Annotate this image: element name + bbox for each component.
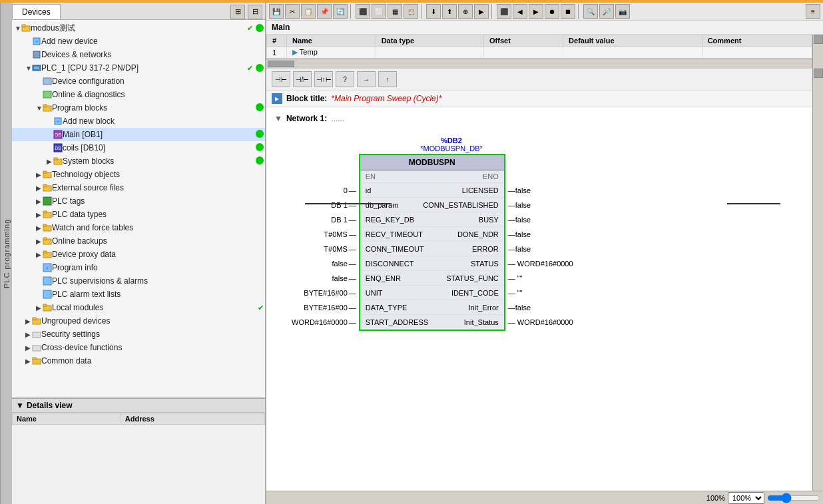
fb-in-recv-val: T#0MS —	[292, 227, 359, 242]
tree-item-plc1[interactable]: ▼ PLC_1 [CPU 317-2 PN/DP] ✔	[12, 61, 265, 75]
rtb-btn-1[interactable]: 💾	[269, 4, 284, 19]
dt-row-1: 1 ▶ Temp	[267, 47, 812, 59]
fb-param-busy: BUSY	[479, 216, 499, 224]
tree-item-main-ob1[interactable]: OB Main [OB1]	[12, 128, 265, 141]
rtb-btn-15[interactable]: ◀	[513, 4, 527, 19]
lad-btn-coil-out[interactable]: →	[357, 71, 376, 87]
tree-label-ext-source: External source files	[52, 183, 124, 192]
tree-item-coils-db10[interactable]: DB coils [DB10]	[12, 141, 265, 154]
view-btn-2[interactable]: ⊟	[248, 5, 262, 19]
svg-text:+: +	[57, 119, 60, 125]
tree-item-system-blocks[interactable]: ▶ System blocks	[12, 154, 265, 168]
tree-item-plc-datatypes[interactable]: ▶ PLC data types	[12, 208, 265, 221]
rtb-btn-11[interactable]: ⬆	[442, 4, 457, 19]
tree-item-tech-objects[interactable]: ▶ Technology objects	[12, 168, 265, 181]
fb-in-start-val: WORD#16#0000 —	[292, 315, 359, 330]
svg-rect-37	[43, 304, 47, 306]
rtb-btn-5[interactable]: 🔄	[333, 4, 348, 19]
ladder-content[interactable]: ⊣⊢ ⊣/⊢ ⊣↑⊢ ? → ↑ ▶ Block title: *Main Pr…	[266, 69, 812, 491]
tree-item-program-info[interactable]: i Program info	[12, 261, 265, 274]
dt-cell-offset	[484, 47, 563, 59]
tree-item-add-device[interactable]: + Add new device	[12, 35, 265, 48]
tree-item-watch-force[interactable]: ▶ Watch and force tables	[12, 221, 265, 234]
tree-item-cross-device[interactable]: ▶ Cross-device functions	[12, 341, 265, 354]
rtb-btn-6[interactable]: ⬛	[356, 4, 370, 19]
view-btn-1[interactable]: ⊞	[230, 5, 245, 19]
tab-devices[interactable]: Devices	[12, 4, 61, 19]
lad-btn-nc-contact[interactable]: ⊣/⊢	[293, 71, 312, 87]
rtb-btn-3[interactable]: 📋	[301, 4, 316, 19]
tree-item-modbus[interactable]: ▼ modbus测试 ✔	[12, 21, 265, 35]
rtb-btn-17[interactable]: ⏺	[545, 4, 559, 19]
fb-eno-spacer2	[505, 168, 585, 183]
arrow-cross: ▶	[25, 344, 32, 352]
watch-force-icon	[43, 223, 52, 232]
dt-cell-default	[563, 47, 702, 59]
tree-item-plc-supervisions[interactable]: PLC supervisions & alarms	[12, 274, 265, 288]
security-icon	[32, 330, 41, 339]
tree-item-online-backups[interactable]: ▶ Online backups	[12, 234, 265, 248]
fb-out-init-status: — WORD#16#0000	[505, 315, 585, 330]
tree-item-local-modules[interactable]: ▶ Local modules ✔	[12, 301, 265, 314]
fb-param-db-param: db_param	[366, 201, 399, 209]
fb-diagram-container: %DB2 *MODBUSPN_DB*	[285, 130, 807, 338]
plc-supervisions-icon	[43, 276, 52, 286]
network-area: ▼ Network 1: ...... %DB2	[266, 107, 812, 343]
details-view-header[interactable]: ▼ Details view	[12, 399, 265, 413]
add-block-icon: +	[53, 117, 63, 126]
fb-row-enq: ENQ_ENR STATUS_FUNC	[360, 271, 504, 286]
fb-param-start: START_ADDRESS	[366, 318, 428, 326]
right-wire-eno	[727, 203, 780, 204]
fb-param-init-error: Init_Error	[469, 304, 499, 312]
tree-item-add-block[interactable]: + Add new block	[12, 115, 265, 128]
tree-item-plc-alarm-texts[interactable]: PLC alarm text lists	[12, 288, 265, 301]
arrow-sys-blocks: ▶	[47, 158, 53, 165]
tree-label-prog-blocks: Program blocks	[52, 103, 107, 113]
ungrouped-icon	[32, 316, 41, 326]
lad-btn-branch[interactable]: ↑	[378, 71, 397, 87]
tree-item-security[interactable]: ▶ Security settings	[12, 328, 265, 341]
rtb-btn-7[interactable]: ⬜	[372, 4, 386, 19]
zoom-slider[interactable]	[767, 493, 820, 503]
rtb-btn-12[interactable]: ⊕	[458, 4, 473, 19]
rtb-btn-19[interactable]: 🔍	[583, 4, 598, 19]
rtb-btn-14[interactable]: ⬛	[497, 4, 511, 19]
fb-in-dtype-val: BYTE#16#00 —	[292, 300, 359, 315]
rtb-btn-2[interactable]: ✂	[285, 4, 300, 19]
network-1-arrow[interactable]: ▼	[274, 114, 282, 123]
details-table: Name Address	[12, 413, 265, 425]
tree-item-program-blocks[interactable]: ▼ Program blocks	[12, 101, 265, 115]
tree-item-common-data[interactable]: ▶ Common data	[12, 354, 265, 368]
tree-item-plc-tags[interactable]: ▶ PLC tags	[12, 194, 265, 208]
zoom-select[interactable]: 100% 75% 125% 150%	[728, 492, 764, 504]
coils-db10-icon: DB	[53, 143, 63, 152]
tree-item-device-proxy[interactable]: ▶ Device proxy data	[12, 248, 265, 261]
rtb-btn-16[interactable]: ▶	[529, 4, 543, 19]
tree-item-ungrouped[interactable]: ▶ Ungrouped devices	[12, 314, 265, 328]
rtb-btn-9[interactable]: ⬚	[404, 4, 418, 19]
rtb-btn-4[interactable]: 📌	[317, 4, 332, 19]
rtb-btn-20[interactable]: 🔎	[599, 4, 614, 19]
svg-rect-43	[33, 358, 36, 360]
lad-btn-detect[interactable]: ?	[336, 71, 354, 87]
right-scrollbar[interactable]	[812, 69, 823, 491]
rtb-btn-22[interactable]: ≡	[806, 4, 820, 19]
rtb-btn-10[interactable]: ⬇	[426, 4, 441, 19]
rtb-btn-21[interactable]: 📷	[615, 4, 630, 19]
plc-datatypes-icon	[43, 210, 52, 219]
tree-item-ext-source[interactable]: ▶ External source files	[12, 181, 265, 194]
fb-block-box: 0 — DB 1 — DB 1 — T#0MS — T#0MS — false …	[292, 154, 800, 331]
fb-in-conn-val: T#0MS —	[292, 242, 359, 256]
lad-btn-pos-edge[interactable]: ⊣↑⊢	[314, 71, 333, 87]
tree-item-device-config[interactable]: Device configuration	[12, 75, 265, 88]
tree-item-devices-networks[interactable]: Devices & networks	[12, 48, 265, 61]
lad-btn-no-contact[interactable]: ⊣⊢	[272, 71, 290, 87]
network-1-dots: ......	[331, 114, 344, 123]
fb-en-label: EN	[366, 172, 376, 180]
rtb-btn-18[interactable]: ⏹	[561, 4, 575, 19]
fb-spacer2	[292, 168, 359, 183]
tree-item-online-diag[interactable]: Online & diagnostics	[12, 88, 265, 101]
rtb-btn-13[interactable]: ▶	[474, 4, 489, 19]
fb-en-spacer	[292, 154, 359, 168]
rtb-btn-8[interactable]: ▦	[388, 4, 402, 19]
